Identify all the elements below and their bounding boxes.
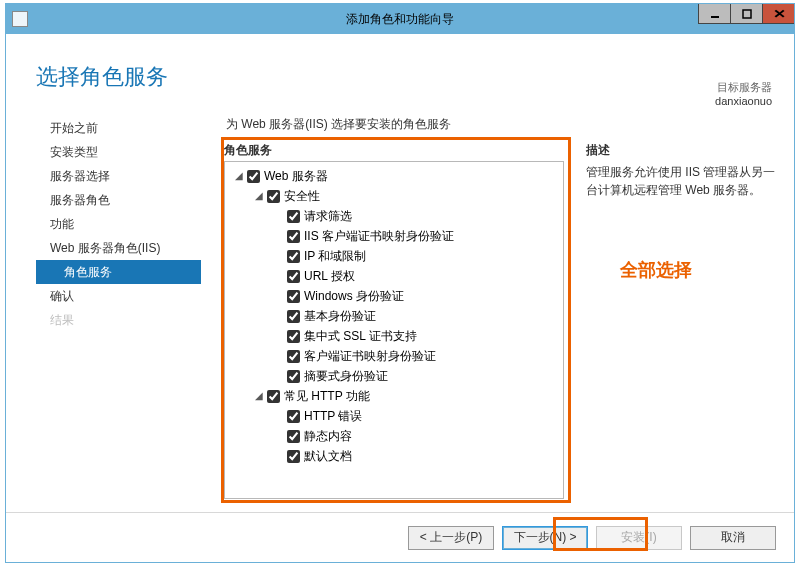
tree-node[interactable]: ◢Web 服务器: [227, 166, 561, 186]
tree-node-label: IP 和域限制: [304, 246, 366, 266]
tree-checkbox[interactable]: [287, 250, 300, 263]
tree-checkbox[interactable]: [287, 270, 300, 283]
description-title: 描述: [586, 142, 776, 159]
tree-node[interactable]: 请求筛选: [227, 206, 561, 226]
nav-item[interactable]: 服务器选择: [36, 164, 201, 188]
tree-node[interactable]: 基本身份验证: [227, 306, 561, 326]
tree-node-label: IIS 客户端证书映射身份验证: [304, 226, 454, 246]
tree-node[interactable]: IIS 客户端证书映射身份验证: [227, 226, 561, 246]
nav-item[interactable]: 功能: [36, 212, 201, 236]
cancel-button[interactable]: 取消: [690, 526, 776, 550]
tree-group-label: 角色服务: [224, 142, 570, 159]
page-title: 选择角色服务: [36, 62, 764, 92]
tree-node[interactable]: HTTP 错误: [227, 406, 561, 426]
nav-item[interactable]: 结果: [36, 308, 201, 332]
tree-checkbox[interactable]: [287, 370, 300, 383]
description-text: 管理服务允许使用 IIS 管理器从另一台计算机远程管理 Web 服务器。: [586, 163, 776, 199]
previous-button[interactable]: < 上一步(P): [408, 526, 494, 550]
tree-node[interactable]: 集中式 SSL 证书支持: [227, 326, 561, 346]
tree-node[interactable]: 摘要式身份验证: [227, 366, 561, 386]
window-title: 添加角色和功能向导: [6, 11, 794, 28]
svg-rect-1: [743, 10, 751, 18]
tree-node[interactable]: 客户端证书映射身份验证: [227, 346, 561, 366]
maximize-icon: [742, 9, 752, 19]
tree-node-label: Windows 身份验证: [304, 286, 404, 306]
annotation-select-all: 全部选择: [620, 258, 692, 282]
nav-item[interactable]: Web 服务器角色(IIS): [36, 236, 201, 260]
tree-node-label: 基本身份验证: [304, 306, 376, 326]
description-pane: 描述 管理服务允许使用 IIS 管理器从另一台计算机远程管理 Web 服务器。: [586, 142, 776, 199]
role-services-tree[interactable]: ◢Web 服务器◢安全性请求筛选IIS 客户端证书映射身份验证IP 和域限制UR…: [224, 161, 564, 499]
close-icon: ✕: [772, 7, 785, 21]
tree-node-label: HTTP 错误: [304, 406, 362, 426]
tree-checkbox[interactable]: [247, 170, 260, 183]
tree-node-label: 集中式 SSL 证书支持: [304, 326, 417, 346]
instruction-text: 为 Web 服务器(IIS) 选择要安装的角色服务: [226, 116, 451, 133]
tree-node[interactable]: 默认文档: [227, 446, 561, 466]
header: 选择角色服务 目标服务器 danxiaonuo: [6, 34, 794, 100]
next-button[interactable]: 下一步(N) >: [502, 526, 588, 550]
target-label: 目标服务器: [715, 80, 772, 95]
expander-icon[interactable]: ◢: [253, 386, 265, 406]
tree-node[interactable]: ◢常见 HTTP 功能: [227, 386, 561, 406]
tree-checkbox[interactable]: [287, 450, 300, 463]
target-server-name: danxiaonuo: [715, 95, 772, 107]
tree-node-label: 客户端证书映射身份验证: [304, 346, 436, 366]
tree-node[interactable]: 静态内容: [227, 426, 561, 446]
tree-node[interactable]: Windows 身份验证: [227, 286, 561, 306]
nav-item[interactable]: 安装类型: [36, 140, 201, 164]
center-pane: 角色服务 ◢Web 服务器◢安全性请求筛选IIS 客户端证书映射身份验证IP 和…: [224, 142, 570, 502]
nav-item[interactable]: 服务器角色: [36, 188, 201, 212]
tree-node[interactable]: URL 授权: [227, 266, 561, 286]
tree-node-label: Web 服务器: [264, 166, 328, 186]
tree-node-label: 请求筛选: [304, 206, 352, 226]
tree-checkbox[interactable]: [287, 210, 300, 223]
install-button[interactable]: 安装(I): [596, 526, 682, 550]
titlebar: 添加角色和功能向导 ✕: [6, 4, 794, 34]
tree-node-label: 常见 HTTP 功能: [284, 386, 370, 406]
tree-node[interactable]: ◢安全性: [227, 186, 561, 206]
tree-checkbox[interactable]: [287, 430, 300, 443]
tree-node-label: 摘要式身份验证: [304, 366, 388, 386]
footer: < 上一步(P) 下一步(N) > 安装(I) 取消: [6, 512, 794, 562]
tree-checkbox[interactable]: [287, 310, 300, 323]
nav-item[interactable]: 确认: [36, 284, 201, 308]
window-controls: ✕: [698, 4, 794, 34]
tree-checkbox[interactable]: [287, 330, 300, 343]
tree-node-label: 默认文档: [304, 446, 352, 466]
wizard-window: 添加角色和功能向导 ✕ 选择角色服务 目标服务器 danxiaonuo 为 We…: [5, 3, 795, 563]
tree-checkbox[interactable]: [267, 390, 280, 403]
tree-node-label: 静态内容: [304, 426, 352, 446]
nav-item[interactable]: 角色服务: [36, 260, 201, 284]
minimize-button[interactable]: [698, 4, 730, 24]
close-button[interactable]: ✕: [762, 4, 794, 24]
tree-checkbox[interactable]: [267, 190, 280, 203]
maximize-button[interactable]: [730, 4, 762, 24]
tree-checkbox[interactable]: [287, 410, 300, 423]
target-server-box: 目标服务器 danxiaonuo: [715, 80, 772, 107]
tree-node[interactable]: IP 和域限制: [227, 246, 561, 266]
minimize-icon: [710, 9, 720, 19]
tree-checkbox[interactable]: [287, 350, 300, 363]
tree-checkbox[interactable]: [287, 290, 300, 303]
tree-node-label: URL 授权: [304, 266, 355, 286]
app-icon: [12, 11, 28, 27]
expander-icon[interactable]: ◢: [233, 166, 245, 186]
expander-icon[interactable]: ◢: [253, 186, 265, 206]
left-nav: 开始之前安装类型服务器选择服务器角色功能Web 服务器角色(IIS)角色服务确认…: [36, 116, 201, 332]
nav-item[interactable]: 开始之前: [36, 116, 201, 140]
tree-checkbox[interactable]: [287, 230, 300, 243]
tree-node-label: 安全性: [284, 186, 320, 206]
